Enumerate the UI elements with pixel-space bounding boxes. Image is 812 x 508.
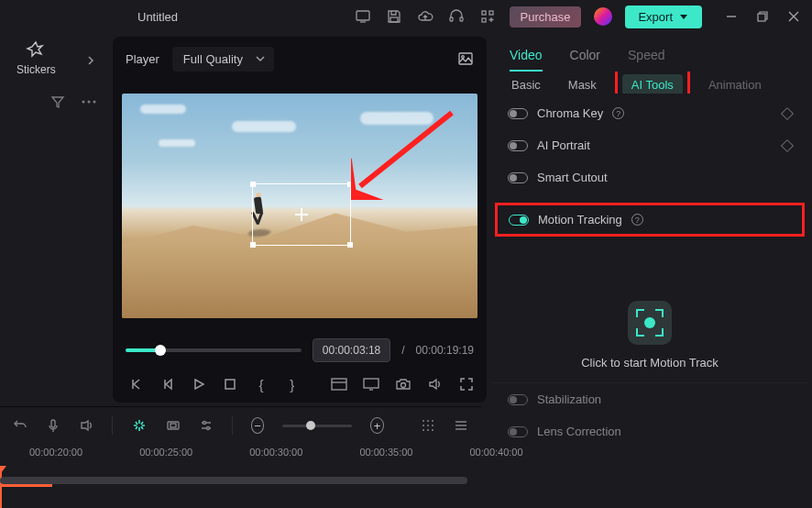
project-title: Untitled (137, 10, 178, 24)
properties-panel: Video Color Speed Basic Mask AI Tools An… (491, 37, 808, 403)
svg-point-27 (427, 425, 429, 426)
svg-point-8 (82, 101, 85, 104)
timeline: − + 00:00:20:00 00:00:25:00 00:00:30:00 … (0, 406, 481, 507)
svg-point-22 (206, 427, 209, 430)
svg-point-10 (93, 101, 96, 104)
quality-select[interactable]: Full Quality (172, 47, 274, 72)
svg-point-23 (422, 420, 424, 422)
snapshot-icon[interactable] (457, 50, 474, 67)
svg-rect-16 (364, 379, 379, 388)
time-total: 00:00:19:19 (416, 344, 474, 357)
display-icon[interactable] (363, 375, 379, 393)
svg-point-30 (427, 429, 429, 431)
prop-motion-tracking: Motion Tracking ? (495, 203, 805, 237)
stabilization-toggle[interactable] (508, 394, 528, 405)
prop-chroma-key: Chroma Key ? (508, 106, 792, 120)
zoom-slider[interactable] (282, 425, 352, 427)
svg-rect-6 (482, 18, 486, 22)
filter-icon[interactable] (50, 94, 65, 109)
chroma-key-toggle[interactable] (508, 108, 528, 119)
zoom-out-button[interactable]: − (251, 417, 265, 434)
tracking-box[interactable] (252, 183, 351, 246)
mark-out-button[interactable]: } (284, 375, 300, 393)
svg-rect-2 (450, 17, 453, 21)
zoom-in-button[interactable]: + (370, 417, 384, 434)
motion-track-start[interactable]: Click to start Motion Track (508, 301, 792, 370)
grid-icon[interactable] (421, 417, 435, 434)
primary-tabs: Video Color Speed (491, 39, 808, 72)
minimize-window-icon[interactable] (722, 7, 741, 26)
tab-video[interactable]: Video (510, 48, 543, 72)
timeline-ruler[interactable]: 00:00:20:00 00:00:25:00 00:00:30:00 00:0… (0, 444, 481, 479)
support-icon[interactable] (447, 7, 466, 26)
svg-rect-1 (390, 17, 398, 22)
keyframe-icon[interactable] (781, 106, 794, 119)
svg-rect-18 (51, 420, 55, 427)
keyframe-icon[interactable] (781, 138, 794, 151)
tab-speed[interactable]: Speed (628, 48, 664, 72)
subtab-basic[interactable]: Basic (510, 74, 543, 94)
layers-icon[interactable] (454, 417, 468, 434)
apps-icon[interactable] (478, 7, 497, 26)
stop-button[interactable] (223, 375, 238, 393)
svg-rect-19 (168, 422, 179, 429)
smart-cutout-toggle[interactable] (508, 172, 528, 183)
lens-correction-toggle[interactable] (508, 426, 528, 437)
fullscreen-icon[interactable] (458, 375, 474, 393)
svg-rect-5 (489, 11, 493, 15)
adjust-icon[interactable] (199, 417, 214, 434)
time-current[interactable]: 00:00:03:18 (313, 338, 390, 362)
screen-icon[interactable] (354, 7, 372, 26)
sidebar-expand-icon[interactable] (83, 53, 98, 68)
help-icon[interactable]: ? (631, 214, 643, 226)
volume-icon[interactable] (427, 375, 443, 393)
cloud-icon[interactable] (416, 7, 434, 26)
svg-point-28 (432, 425, 433, 426)
prop-stabilization: Stabilization (508, 392, 792, 406)
svg-rect-3 (460, 17, 463, 21)
help-icon[interactable]: ? (612, 107, 624, 119)
audio-icon[interactable] (79, 417, 93, 434)
ratio-icon[interactable] (331, 375, 347, 393)
svg-point-9 (88, 101, 91, 104)
subtab-animation[interactable]: Animation (707, 74, 763, 94)
svg-rect-11 (459, 53, 472, 64)
restore-window-icon[interactable] (753, 7, 772, 26)
export-button[interactable]: Export (625, 6, 702, 28)
save-icon[interactable] (385, 7, 403, 26)
motion-track-icon (628, 301, 672, 345)
ai-portrait-toggle[interactable] (508, 140, 528, 151)
subtab-ai-tools[interactable]: AI Tools (622, 74, 683, 94)
video-preview[interactable] (113, 81, 487, 331)
mic-icon[interactable] (46, 417, 60, 434)
tab-color[interactable]: Color (570, 48, 600, 72)
purchase-button[interactable]: Purchase (510, 6, 582, 28)
close-window-icon[interactable] (785, 7, 803, 26)
playback-progress[interactable] (126, 348, 302, 352)
svg-rect-15 (332, 379, 346, 390)
play-button[interactable] (192, 375, 207, 393)
svg-rect-0 (357, 11, 369, 20)
svg-point-12 (462, 56, 465, 59)
svg-point-29 (422, 429, 424, 431)
magnet-icon[interactable] (131, 417, 148, 434)
timeline-scrollbar[interactable] (0, 477, 481, 486)
svg-point-21 (203, 422, 205, 425)
more-icon[interactable] (82, 100, 96, 104)
step-back-button[interactable] (160, 375, 176, 393)
sidebar-item-stickers[interactable]: Stickers (16, 40, 56, 76)
chevron-down-icon (680, 15, 687, 19)
camera-icon[interactable] (395, 375, 411, 393)
subtab-mask[interactable]: Mask (566, 74, 598, 94)
prev-frame-button[interactable] (129, 375, 145, 393)
mark-in-button[interactable]: { (254, 375, 269, 393)
undo-icon[interactable] (13, 417, 27, 434)
prop-lens-correction: Lens Correction (508, 425, 792, 438)
account-orb-icon[interactable] (594, 7, 612, 26)
sticker-icon (26, 40, 46, 61)
motion-tracking-toggle[interactable] (509, 215, 529, 226)
titlebar: Untitled Purchase Export (0, 0, 812, 33)
chevron-down-icon (256, 56, 265, 61)
marker-icon[interactable] (166, 417, 181, 434)
svg-point-31 (432, 429, 433, 431)
